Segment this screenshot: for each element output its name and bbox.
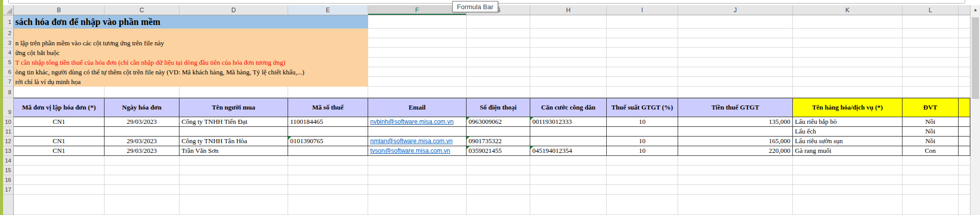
cell[interactable] (467, 15, 530, 29)
cell[interactable] (14, 166, 105, 175)
row-header-14[interactable]: 14 (3, 156, 14, 166)
cell[interactable] (678, 77, 793, 87)
cell[interactable] (105, 175, 179, 185)
table-header-cell[interactable]: Ngày hóa đơn (105, 98, 179, 117)
cell[interactable] (368, 58, 467, 67)
cell[interactable] (793, 87, 902, 98)
cell[interactable] (959, 185, 970, 195)
cell[interactable] (607, 48, 678, 58)
table-cell[interactable] (14, 127, 105, 137)
table-header-cell[interactable]: Mã đơn vị lập hóa đơn (*) (14, 98, 105, 117)
cell[interactable] (959, 166, 970, 175)
cell[interactable] (678, 67, 793, 77)
cell[interactable] (959, 67, 970, 77)
cell[interactable] (607, 38, 678, 48)
vertical-scrollbar[interactable]: ▲ (970, 5, 980, 215)
cell[interactable] (678, 15, 793, 29)
row-header-17[interactable]: 17 (3, 185, 14, 195)
email-link[interactable]: nmtan@software.misa.com.vn (370, 138, 453, 145)
table-cell[interactable]: Công ty TNHH Tiến Đạt (179, 117, 288, 127)
column-header-B[interactable]: B (14, 5, 105, 15)
cell[interactable] (530, 48, 607, 58)
cell[interactable] (959, 77, 970, 87)
cell[interactable] (467, 29, 530, 38)
table-cell[interactable]: Công ty TNHH Tân Hòa (179, 137, 288, 146)
cell[interactable] (467, 38, 530, 48)
table-cell[interactable]: 0963009062 (467, 117, 530, 127)
cell[interactable] (368, 87, 467, 98)
cell[interactable] (530, 77, 607, 87)
cell[interactable] (902, 185, 959, 195)
cell[interactable] (467, 185, 530, 195)
table-header-cell[interactable]: ĐVT (902, 98, 959, 117)
cell[interactable] (959, 58, 970, 67)
column-header-D[interactable]: D (179, 5, 288, 15)
cell[interactable] (793, 156, 902, 166)
email-link[interactable]: nvbinh@software.misa.com.vn (370, 118, 454, 125)
table-cell[interactable] (607, 127, 678, 137)
cell[interactable] (368, 67, 467, 77)
scrollbar-up-arrow-icon[interactable]: ▲ (971, 5, 980, 14)
table-cell[interactable]: Lẩu riêu bắp bò (793, 117, 902, 127)
row-header-9[interactable]: 9 (3, 98, 14, 117)
cell[interactable] (793, 185, 902, 195)
table-header-cell[interactable]: Mã số thuế (288, 98, 368, 117)
row-header-12[interactable]: 12 (3, 137, 14, 146)
table-cell[interactable]: Lẩu ếch (793, 127, 902, 137)
cell[interactable] (288, 195, 368, 215)
cell[interactable] (678, 58, 793, 67)
cell[interactable] (368, 15, 467, 29)
row-header-partial[interactable] (3, 195, 14, 215)
table-cell[interactable] (959, 127, 970, 137)
cell[interactable] (530, 15, 607, 29)
table-cell[interactable]: tvson@software.misa.com.vn (368, 146, 467, 156)
cell[interactable] (368, 48, 467, 58)
cell[interactable] (467, 58, 530, 67)
table-cell[interactable] (288, 146, 368, 156)
table-cell[interactable] (530, 127, 607, 137)
table-header-cell[interactable]: Email (368, 98, 467, 117)
cell[interactable] (530, 29, 607, 38)
instruction-cell[interactable]: T cần nhập tổng tiền thuế của hóa đơn (c… (14, 58, 368, 67)
table-cell[interactable] (288, 127, 368, 137)
table-cell[interactable] (105, 127, 179, 137)
table-cell[interactable]: 220,000 (678, 146, 793, 156)
cell[interactable] (607, 87, 678, 98)
table-cell[interactable]: CN1 (14, 117, 105, 127)
table-cell[interactable]: Gà rang muối (793, 146, 902, 156)
cell[interactable] (793, 195, 902, 215)
cell[interactable] (368, 156, 467, 166)
table-cell[interactable]: 0359021455 (467, 146, 530, 156)
cell[interactable] (607, 77, 678, 87)
cell[interactable] (902, 29, 959, 38)
row-header-4[interactable]: 4 (3, 48, 14, 58)
cell[interactable] (793, 175, 902, 185)
instruction-cell[interactable]: n lập trên phần mềm vào các cột tương ứn… (14, 38, 368, 48)
table-cell[interactable]: 165,000 (678, 137, 793, 146)
table-cell[interactable]: 135,000 (678, 117, 793, 127)
cell[interactable] (902, 156, 959, 166)
cell[interactable] (793, 29, 902, 38)
cell[interactable] (959, 15, 970, 29)
row-header-3[interactable]: 3 (3, 38, 14, 48)
table-cell[interactable]: 0101390765 (288, 137, 368, 146)
cell[interactable] (288, 185, 368, 195)
cell[interactable] (288, 156, 368, 166)
cell[interactable] (105, 87, 179, 98)
cell[interactable] (678, 48, 793, 58)
cell[interactable] (530, 38, 607, 48)
table-header-cell[interactable]: Tên người mua (179, 98, 288, 117)
cell[interactable] (959, 156, 970, 166)
cell[interactable] (467, 87, 530, 98)
cell[interactable] (902, 48, 959, 58)
cell[interactable] (179, 156, 288, 166)
email-link[interactable]: tvson@software.misa.com.vn (370, 147, 450, 154)
table-header-cell[interactable]: Tên hàng hóa/dịch vụ (*) (793, 98, 902, 117)
cell[interactable] (14, 87, 105, 98)
cell[interactable] (105, 195, 179, 215)
cell[interactable] (179, 87, 288, 98)
cell[interactable] (793, 166, 902, 175)
cell[interactable] (902, 77, 959, 87)
table-cell[interactable]: 29/03/2023 (105, 117, 179, 127)
cell[interactable] (467, 175, 530, 185)
